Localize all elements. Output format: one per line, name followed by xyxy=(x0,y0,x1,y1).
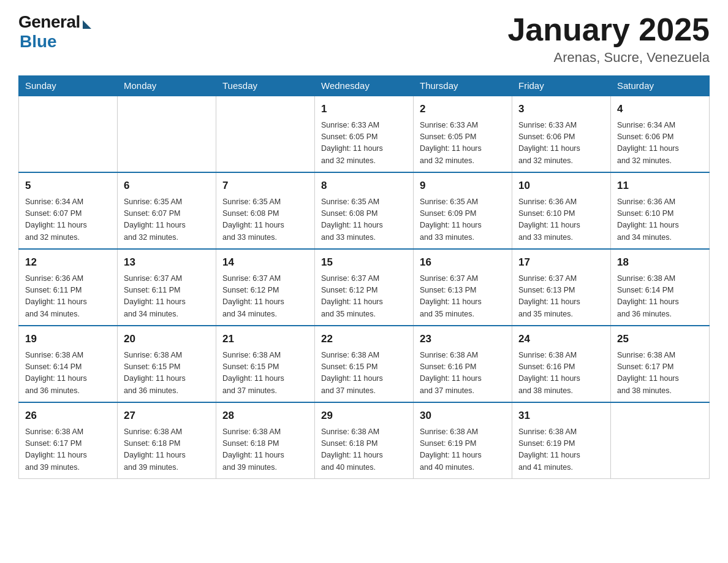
day-number: 2 xyxy=(420,101,506,117)
calendar-cell: 18Sunrise: 6:38 AMSunset: 6:14 PMDayligh… xyxy=(611,249,710,326)
calendar-header-sunday: Sunday xyxy=(19,75,118,96)
day-number: 3 xyxy=(518,101,604,117)
logo: General Blue xyxy=(18,12,91,52)
calendar-cell: 30Sunrise: 6:38 AMSunset: 6:19 PMDayligh… xyxy=(414,402,512,479)
logo-blue-text: Blue xyxy=(20,32,57,52)
day-number: 22 xyxy=(321,331,407,347)
calendar-week-row: 5Sunrise: 6:34 AMSunset: 6:07 PMDaylight… xyxy=(19,172,710,249)
day-info: Sunrise: 6:35 AMSunset: 6:08 PMDaylight:… xyxy=(321,196,407,244)
day-info: Sunrise: 6:37 AMSunset: 6:13 PMDaylight:… xyxy=(518,273,604,321)
day-number: 18 xyxy=(617,255,703,270)
calendar-table: SundayMondayTuesdayWednesdayThursdayFrid… xyxy=(18,75,710,479)
day-number: 1 xyxy=(321,101,407,117)
calendar-cell: 17Sunrise: 6:37 AMSunset: 6:13 PMDayligh… xyxy=(512,249,611,326)
calendar-cell: 16Sunrise: 6:37 AMSunset: 6:13 PMDayligh… xyxy=(414,249,512,326)
day-info: Sunrise: 6:36 AMSunset: 6:10 PMDaylight:… xyxy=(518,196,604,244)
day-number: 14 xyxy=(222,255,308,270)
calendar-cell: 19Sunrise: 6:38 AMSunset: 6:14 PMDayligh… xyxy=(19,326,118,402)
day-info: Sunrise: 6:36 AMSunset: 6:11 PMDaylight:… xyxy=(25,273,111,321)
day-number: 20 xyxy=(124,331,210,347)
day-info: Sunrise: 6:38 AMSunset: 6:15 PMDaylight:… xyxy=(222,350,308,397)
day-info: Sunrise: 6:38 AMSunset: 6:19 PMDaylight:… xyxy=(420,426,506,474)
day-number: 19 xyxy=(25,331,111,347)
day-info: Sunrise: 6:38 AMSunset: 6:19 PMDaylight:… xyxy=(518,426,604,474)
calendar-cell: 24Sunrise: 6:38 AMSunset: 6:16 PMDayligh… xyxy=(512,326,611,402)
calendar-cell: 7Sunrise: 6:35 AMSunset: 6:08 PMDaylight… xyxy=(216,172,315,249)
calendar-cell: 26Sunrise: 6:38 AMSunset: 6:17 PMDayligh… xyxy=(19,402,118,479)
calendar-cell: 23Sunrise: 6:38 AMSunset: 6:16 PMDayligh… xyxy=(414,326,512,402)
day-number: 24 xyxy=(518,331,604,347)
day-number: 21 xyxy=(222,331,308,347)
calendar-cell xyxy=(19,96,118,173)
calendar-cell: 1Sunrise: 6:33 AMSunset: 6:05 PMDaylight… xyxy=(315,96,414,173)
day-info: Sunrise: 6:38 AMSunset: 6:14 PMDaylight:… xyxy=(617,273,703,321)
calendar-header-saturday: Saturday xyxy=(611,75,710,96)
day-number: 12 xyxy=(25,255,111,270)
calendar-cell: 5Sunrise: 6:34 AMSunset: 6:07 PMDaylight… xyxy=(19,172,118,249)
calendar-cell: 29Sunrise: 6:38 AMSunset: 6:18 PMDayligh… xyxy=(315,402,414,479)
calendar-cell: 8Sunrise: 6:35 AMSunset: 6:08 PMDaylight… xyxy=(315,172,414,249)
calendar-cell: 25Sunrise: 6:38 AMSunset: 6:17 PMDayligh… xyxy=(611,326,710,402)
calendar-header-monday: Monday xyxy=(118,75,216,96)
calendar-cell: 15Sunrise: 6:37 AMSunset: 6:12 PMDayligh… xyxy=(315,249,414,326)
day-info: Sunrise: 6:34 AMSunset: 6:07 PMDaylight:… xyxy=(25,196,111,244)
day-info: Sunrise: 6:37 AMSunset: 6:12 PMDaylight:… xyxy=(222,273,308,321)
calendar-cell: 6Sunrise: 6:35 AMSunset: 6:07 PMDaylight… xyxy=(118,172,216,249)
calendar-week-row: 19Sunrise: 6:38 AMSunset: 6:14 PMDayligh… xyxy=(19,326,710,402)
calendar-cell xyxy=(118,96,216,173)
calendar-cell xyxy=(611,402,710,479)
day-number: 15 xyxy=(321,255,407,270)
day-info: Sunrise: 6:38 AMSunset: 6:15 PMDaylight:… xyxy=(321,350,407,397)
day-info: Sunrise: 6:33 AMSunset: 6:05 PMDaylight:… xyxy=(321,120,407,167)
month-title: January 2025 xyxy=(507,12,710,47)
day-info: Sunrise: 6:35 AMSunset: 6:09 PMDaylight:… xyxy=(420,196,506,244)
logo-arrow-icon xyxy=(83,20,91,29)
day-info: Sunrise: 6:38 AMSunset: 6:18 PMDaylight:… xyxy=(321,426,407,474)
day-info: Sunrise: 6:33 AMSunset: 6:05 PMDaylight:… xyxy=(420,120,506,167)
calendar-week-row: 12Sunrise: 6:36 AMSunset: 6:11 PMDayligh… xyxy=(19,249,710,326)
day-number: 7 xyxy=(222,178,308,194)
calendar-cell: 13Sunrise: 6:37 AMSunset: 6:11 PMDayligh… xyxy=(118,249,216,326)
day-number: 25 xyxy=(617,331,703,347)
day-info: Sunrise: 6:36 AMSunset: 6:10 PMDaylight:… xyxy=(617,196,703,244)
day-number: 13 xyxy=(124,255,210,270)
day-number: 23 xyxy=(420,331,506,347)
calendar-week-row: 1Sunrise: 6:33 AMSunset: 6:05 PMDaylight… xyxy=(19,96,710,173)
day-info: Sunrise: 6:38 AMSunset: 6:14 PMDaylight:… xyxy=(25,350,111,397)
day-info: Sunrise: 6:38 AMSunset: 6:16 PMDaylight:… xyxy=(420,350,506,397)
calendar-cell: 4Sunrise: 6:34 AMSunset: 6:06 PMDaylight… xyxy=(611,96,710,173)
calendar-cell: 20Sunrise: 6:38 AMSunset: 6:15 PMDayligh… xyxy=(118,326,216,402)
calendar-header-tuesday: Tuesday xyxy=(216,75,315,96)
day-number: 11 xyxy=(617,178,703,194)
page-header: General Blue January 2025 Arenas, Sucre,… xyxy=(18,12,710,66)
logo-general-text: General xyxy=(18,12,80,32)
day-number: 6 xyxy=(124,178,210,194)
day-number: 17 xyxy=(518,255,604,270)
day-number: 30 xyxy=(420,408,506,424)
day-info: Sunrise: 6:37 AMSunset: 6:13 PMDaylight:… xyxy=(420,273,506,321)
day-number: 8 xyxy=(321,178,407,194)
calendar-cell: 31Sunrise: 6:38 AMSunset: 6:19 PMDayligh… xyxy=(512,402,611,479)
calendar-cell xyxy=(216,96,315,173)
calendar-header-thursday: Thursday xyxy=(414,75,512,96)
calendar-cell: 21Sunrise: 6:38 AMSunset: 6:15 PMDayligh… xyxy=(216,326,315,402)
day-info: Sunrise: 6:37 AMSunset: 6:11 PMDaylight:… xyxy=(124,273,210,321)
day-info: Sunrise: 6:38 AMSunset: 6:15 PMDaylight:… xyxy=(124,350,210,397)
day-info: Sunrise: 6:35 AMSunset: 6:07 PMDaylight:… xyxy=(124,196,210,244)
day-number: 9 xyxy=(420,178,506,194)
day-number: 10 xyxy=(518,178,604,194)
day-info: Sunrise: 6:38 AMSunset: 6:18 PMDaylight:… xyxy=(124,426,210,474)
day-number: 26 xyxy=(25,408,111,424)
day-number: 16 xyxy=(420,255,506,270)
calendar-header-row: SundayMondayTuesdayWednesdayThursdayFrid… xyxy=(19,75,710,96)
calendar-cell: 14Sunrise: 6:37 AMSunset: 6:12 PMDayligh… xyxy=(216,249,315,326)
day-number: 29 xyxy=(321,408,407,424)
day-number: 31 xyxy=(518,408,604,424)
calendar-header-wednesday: Wednesday xyxy=(315,75,414,96)
day-info: Sunrise: 6:34 AMSunset: 6:06 PMDaylight:… xyxy=(617,120,703,167)
day-info: Sunrise: 6:33 AMSunset: 6:06 PMDaylight:… xyxy=(518,120,604,167)
day-info: Sunrise: 6:38 AMSunset: 6:17 PMDaylight:… xyxy=(25,426,111,474)
calendar-cell: 10Sunrise: 6:36 AMSunset: 6:10 PMDayligh… xyxy=(512,172,611,249)
calendar-cell: 2Sunrise: 6:33 AMSunset: 6:05 PMDaylight… xyxy=(414,96,512,173)
calendar-header-friday: Friday xyxy=(512,75,611,96)
